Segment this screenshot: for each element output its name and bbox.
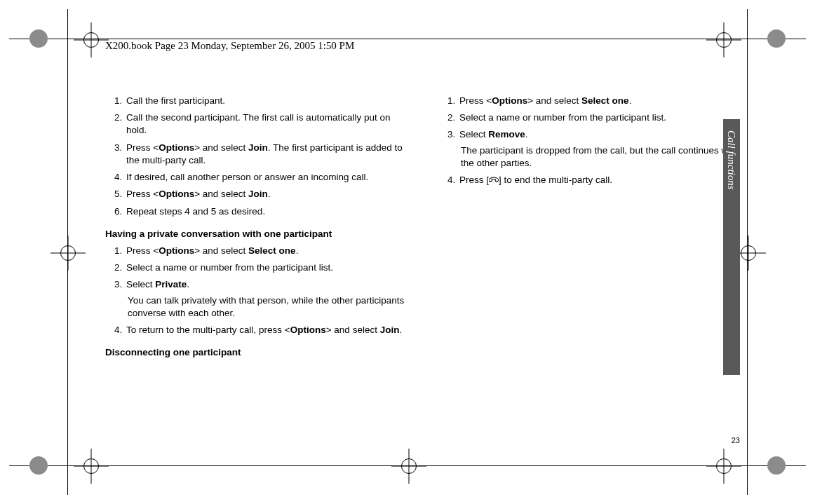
step-item: Press [] to end the multi-party call. <box>458 174 743 186</box>
reg-cross-icon <box>76 25 106 55</box>
reg-dot-icon <box>767 29 786 48</box>
step-item: Select a name or number from the partici… <box>125 261 410 274</box>
reg-dot-icon <box>29 29 48 48</box>
step-item: Select Remove. The participant is droppe… <box>458 128 743 170</box>
step-item: Select a name or number from the partici… <box>458 111 743 124</box>
step-item: Call the first participant. <box>125 95 410 107</box>
reg-cross-icon <box>76 451 106 481</box>
step-item: If desired, call another person or answe… <box>125 171 410 184</box>
step-item: Repeat steps 4 and 5 as desired. <box>125 205 410 218</box>
reg-dot-icon <box>29 456 48 475</box>
end-call-icon <box>489 175 499 184</box>
header-meta: X200.book Page 23 Monday, September 26, … <box>105 39 354 53</box>
step-item: Select Private. You can talk privately w… <box>125 278 410 320</box>
reg-cross-icon <box>709 25 739 55</box>
step-item: Press <Options> and select Select one. <box>125 245 410 257</box>
step-item: Press <Options> and select Select one. <box>458 95 743 107</box>
page-number: 23 <box>732 435 740 446</box>
subheading: Having a private conversation with one p… <box>105 228 410 240</box>
column-right: Press <Options> and select Select one. S… <box>438 95 743 364</box>
step-item: Press <Options> and select Join. <box>125 188 410 200</box>
column-left: Call the first participant. Call the sec… <box>105 95 410 364</box>
step-item: To return to the multi-party call, press… <box>125 324 410 336</box>
step-item: Press <Options> and select Join. The fir… <box>125 142 410 167</box>
reg-cross-icon <box>394 451 424 481</box>
reg-dot-icon <box>767 456 786 475</box>
step-item: Call the second participant. The first c… <box>125 111 410 137</box>
section-tab: Call functions <box>723 119 740 375</box>
subheading: Disconnecting one participant <box>105 346 410 359</box>
step-note: You can talk privately with that person,… <box>128 294 410 320</box>
reg-cross-icon <box>53 238 83 268</box>
reg-cross-icon <box>709 451 739 481</box>
step-note: The participant is dropped from the call… <box>461 144 743 170</box>
